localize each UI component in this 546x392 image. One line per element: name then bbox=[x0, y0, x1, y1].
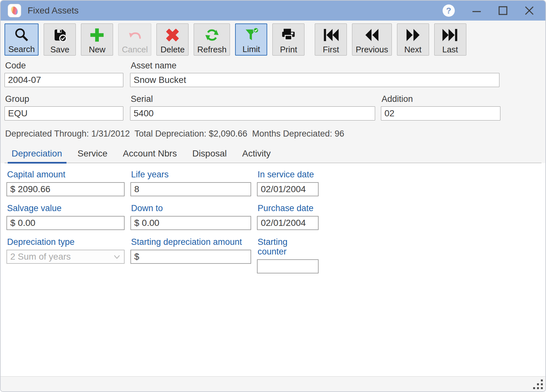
search-icon bbox=[14, 26, 29, 44]
tab-depreciation[interactable]: Depreciation bbox=[11, 146, 63, 163]
refresh-icon bbox=[204, 26, 220, 44]
search-button[interactable]: Search bbox=[4, 23, 39, 56]
filter-check-icon bbox=[243, 26, 259, 44]
group-label: Group bbox=[5, 94, 123, 104]
addition-field[interactable] bbox=[381, 106, 500, 120]
serial-label: Serial bbox=[131, 94, 374, 104]
first-button[interactable]: First bbox=[315, 23, 347, 56]
statusbar bbox=[1, 376, 545, 391]
asset-name-field[interactable] bbox=[130, 73, 499, 87]
print-button[interactable]: Print bbox=[272, 23, 304, 56]
dollar-prefix: $ bbox=[10, 218, 15, 228]
maximize-button[interactable] bbox=[494, 4, 512, 18]
dollar-prefix: $ bbox=[134, 218, 139, 228]
skip-to-last-icon bbox=[442, 26, 459, 44]
depreciation-type-select[interactable]: 2 Sum of years bbox=[6, 250, 125, 264]
purchase-date-field[interactable] bbox=[257, 216, 319, 230]
header-form: Code Asset name Group Serial Addition De bbox=[1, 58, 545, 163]
chevron-down-icon bbox=[114, 255, 120, 259]
limit-button[interactable]: Limit bbox=[235, 23, 267, 56]
salvage-value-label: Salvage value bbox=[7, 203, 124, 213]
fixed-assets-window: Fixed Assets ? bbox=[0, 0, 546, 392]
tab-bar: Depreciation Service Account Nbrs Dispos… bbox=[4, 146, 542, 163]
delete-button[interactable]: Delete bbox=[156, 23, 189, 56]
depreciation-tab-panel: Capital amount $ 2090.66 Life years In s… bbox=[1, 163, 545, 376]
depreciation-summary: Depreciated Through: 1/31/2012 Total Dep… bbox=[5, 129, 541, 139]
life-years-label: Life years bbox=[131, 170, 251, 179]
purchase-date-label: Purchase date bbox=[258, 203, 318, 213]
down-to-field[interactable]: $ 0.00 bbox=[130, 216, 251, 230]
dollar-prefix: $ bbox=[10, 184, 15, 194]
dollar-prefix: $ bbox=[134, 252, 139, 262]
code-field[interactable] bbox=[4, 73, 123, 87]
tab-service[interactable]: Service bbox=[77, 146, 108, 163]
delete-x-icon bbox=[165, 26, 180, 44]
addition-label: Addition bbox=[382, 94, 500, 104]
depreciation-type-label: Depreciation type bbox=[7, 237, 124, 247]
last-button[interactable]: Last bbox=[434, 23, 466, 56]
next-icon bbox=[404, 26, 422, 44]
starting-counter-label: Starting counter bbox=[258, 237, 318, 256]
printer-icon bbox=[281, 26, 296, 44]
starting-counter-field[interactable] bbox=[257, 259, 319, 273]
resize-grip-icon[interactable] bbox=[533, 379, 543, 390]
previous-button[interactable]: Previous bbox=[352, 23, 392, 56]
starting-depreciation-amount-field[interactable]: $ bbox=[130, 250, 251, 264]
next-button[interactable]: Next bbox=[397, 23, 429, 56]
cancel-button: Cancel bbox=[118, 23, 151, 56]
save-button[interactable]: Save bbox=[44, 23, 76, 56]
toolbar: Search Save New bbox=[1, 21, 545, 58]
refresh-button[interactable]: Refresh bbox=[194, 23, 230, 56]
undo-icon bbox=[127, 26, 143, 44]
group-field[interactable] bbox=[4, 106, 123, 120]
plus-icon bbox=[89, 26, 105, 44]
code-label: Code bbox=[5, 61, 123, 70]
app-icon bbox=[8, 4, 21, 17]
in-service-date-field[interactable] bbox=[257, 182, 319, 196]
tab-account-nbrs[interactable]: Account Nbrs bbox=[122, 146, 178, 163]
salvage-value-field[interactable]: $ 0.00 bbox=[6, 216, 125, 230]
minimize-icon bbox=[471, 5, 482, 16]
save-icon bbox=[52, 26, 67, 44]
skip-to-first-icon bbox=[322, 26, 339, 44]
starting-depreciation-amount-label: Starting depreciation amount bbox=[131, 237, 251, 247]
tab-disposal[interactable]: Disposal bbox=[192, 146, 227, 163]
app-logo-icon bbox=[10, 5, 19, 16]
maximize-icon bbox=[498, 5, 508, 16]
tab-activity[interactable]: Activity bbox=[242, 146, 271, 163]
titlebar: Fixed Assets ? bbox=[1, 1, 545, 21]
close-icon bbox=[524, 5, 535, 16]
minimize-button[interactable] bbox=[468, 4, 486, 18]
asset-name-label: Asset name bbox=[131, 61, 499, 70]
previous-icon bbox=[363, 26, 381, 44]
help-button[interactable]: ? bbox=[443, 4, 455, 17]
down-to-label: Down to bbox=[131, 203, 251, 213]
new-button[interactable]: New bbox=[81, 23, 113, 56]
close-button[interactable] bbox=[520, 4, 538, 18]
capital-amount-label: Capital amount bbox=[7, 170, 124, 179]
window-title: Fixed Assets bbox=[28, 5, 443, 16]
capital-amount-field[interactable]: $ 2090.66 bbox=[6, 182, 125, 196]
serial-field[interactable] bbox=[130, 106, 375, 120]
life-years-field[interactable] bbox=[130, 182, 251, 196]
in-service-date-label: In service date bbox=[258, 170, 318, 179]
